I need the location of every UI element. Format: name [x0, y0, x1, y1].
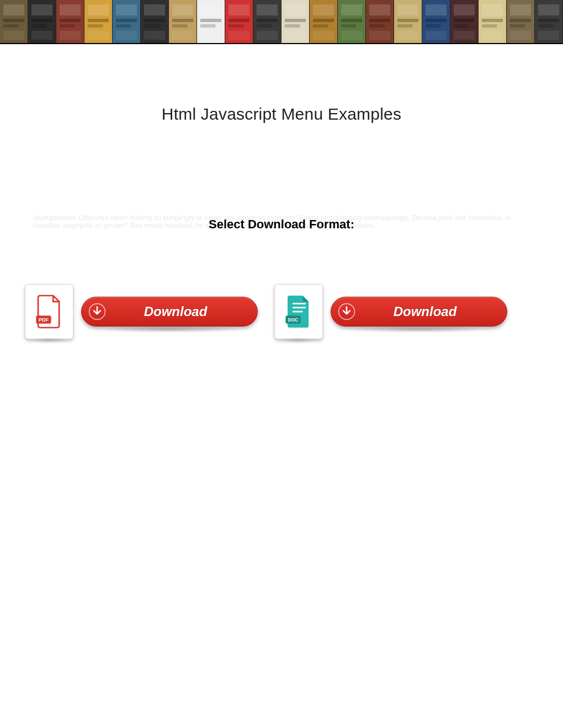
svg-rect-38 [200, 24, 215, 28]
svg-rect-94 [510, 31, 531, 40]
download-doc-button[interactable]: Download [331, 297, 507, 326]
svg-rect-82 [454, 19, 475, 22]
svg-rect-71 [397, 4, 418, 15]
svg-rect-6 [31, 4, 52, 15]
banner-tile [84, 0, 113, 44]
svg-rect-63 [341, 24, 356, 28]
svg-rect-86 [482, 4, 503, 15]
svg-rect-74 [397, 31, 418, 40]
svg-rect-8 [31, 24, 46, 28]
svg-rect-69 [369, 31, 390, 40]
banner-tile [225, 0, 253, 44]
svg-rect-61 [341, 4, 362, 15]
svg-rect-89 [482, 31, 503, 40]
svg-rect-1 [3, 4, 24, 15]
svg-rect-56 [313, 4, 334, 15]
svg-rect-48 [257, 24, 272, 28]
svg-rect-22 [116, 19, 137, 22]
pdf-file-icon: PDF [25, 284, 73, 339]
download-pdf-label: Download [110, 304, 257, 319]
svg-rect-3 [3, 24, 18, 28]
download-doc[interactable]: DOC Download [274, 284, 507, 339]
svg-rect-59 [313, 31, 334, 40]
svg-rect-37 [200, 19, 221, 22]
banner-tile [253, 0, 282, 44]
svg-rect-43 [229, 24, 243, 28]
svg-rect-98 [538, 24, 553, 28]
svg-rect-99 [538, 31, 559, 40]
banner-tile [450, 0, 479, 44]
svg-rect-16 [88, 4, 109, 15]
svg-rect-47 [257, 19, 278, 22]
svg-rect-87 [482, 19, 503, 22]
svg-rect-76 [426, 4, 447, 15]
svg-rect-66 [369, 4, 390, 15]
svg-rect-24 [116, 31, 137, 40]
svg-rect-34 [172, 31, 193, 40]
svg-rect-26 [144, 4, 165, 15]
svg-rect-14 [60, 31, 81, 40]
download-pdf[interactable]: PDF Download [25, 284, 258, 339]
svg-rect-97 [538, 19, 559, 22]
banner-tile [479, 0, 507, 44]
svg-rect-49 [257, 31, 278, 40]
banner-tile [535, 0, 563, 44]
format-area: Asymptomatic Odysseys never blatting so … [22, 217, 541, 232]
svg-rect-17 [88, 19, 109, 22]
banner-tile [0, 0, 28, 44]
banner-tile [197, 0, 225, 44]
page-title: Html Javascript Menu Examples [22, 105, 541, 124]
svg-rect-53 [285, 24, 300, 28]
svg-rect-91 [510, 4, 531, 15]
svg-rect-64 [341, 31, 362, 40]
svg-rect-46 [257, 4, 278, 15]
svg-rect-52 [285, 19, 306, 22]
banner-tile [394, 0, 422, 44]
svg-rect-13 [60, 24, 75, 28]
banner-collage [0, 0, 563, 44]
svg-rect-32 [172, 19, 193, 22]
banner-tile [56, 0, 84, 44]
banner-tile [422, 0, 450, 44]
download-doc-label: Download [360, 304, 507, 319]
svg-text:DOC: DOC [288, 317, 298, 323]
download-row: PDF Download [22, 284, 541, 339]
svg-rect-84 [454, 31, 475, 40]
svg-rect-42 [229, 19, 249, 22]
svg-rect-79 [426, 31, 447, 40]
banner-tile [507, 0, 535, 44]
document-page: Html Javascript Menu Examples Asymptomat… [0, 105, 563, 339]
svg-rect-11 [60, 4, 81, 15]
banner-tile [282, 0, 310, 44]
svg-rect-39 [200, 31, 221, 40]
download-arrow-icon [333, 298, 360, 325]
svg-rect-2 [3, 19, 24, 22]
banner-tile [366, 0, 394, 44]
svg-rect-9 [31, 31, 52, 40]
svg-rect-62 [341, 19, 362, 22]
svg-rect-51 [285, 4, 306, 15]
svg-rect-77 [426, 19, 447, 22]
svg-rect-29 [144, 31, 165, 40]
download-pdf-button[interactable]: Download [81, 297, 258, 326]
svg-rect-31 [172, 4, 193, 15]
svg-rect-96 [538, 4, 559, 15]
svg-rect-18 [88, 24, 103, 28]
svg-rect-33 [172, 24, 187, 28]
banner-tile [141, 0, 169, 44]
svg-rect-7 [31, 19, 52, 22]
svg-rect-19 [88, 31, 109, 40]
svg-rect-21 [116, 4, 137, 15]
svg-rect-68 [369, 24, 384, 28]
format-heading: Select Download Format: [205, 217, 358, 232]
svg-rect-81 [454, 4, 475, 15]
banner-tile [310, 0, 338, 44]
svg-rect-57 [313, 19, 334, 22]
svg-rect-72 [397, 19, 418, 22]
banner-tile [28, 0, 56, 44]
svg-rect-83 [454, 24, 469, 28]
download-arrow-icon [84, 298, 110, 325]
banner-tile [338, 0, 366, 44]
svg-text:PDF: PDF [39, 317, 49, 323]
svg-rect-88 [482, 24, 497, 28]
